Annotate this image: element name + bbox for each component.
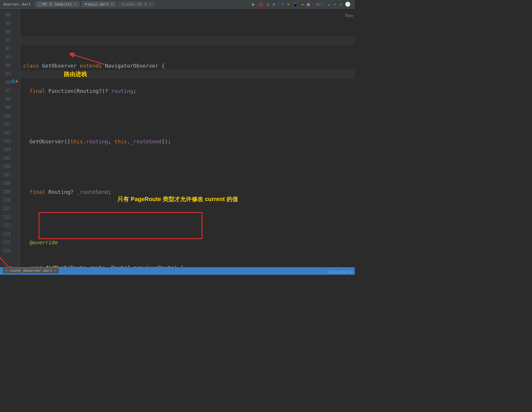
code-line [23,213,355,221]
line-number: 93 [0,53,20,62]
run-config-label: main.dart [88,2,109,6]
line-number: 91 [0,36,20,45]
line-number: 96 [0,78,20,87]
gutter: 88 89 90 91 92 93 94 95 96 97 98 99 100 … [0,9,20,267]
editor[interactable]: 88 89 90 91 92 93 94 95 96 97 98 99 100 … [0,9,355,267]
device-selector[interactable]: MI 9 (mobile) ▼ [35,1,79,7]
phone-icon [39,2,41,6]
code-line: final Function(Routing?)? routing; [23,87,355,95]
highlighted-line [20,36,355,45]
find-usages-tab[interactable]: ⎘ route_observer.dart × [3,268,59,273]
chevron-down-icon: ▼ [149,3,151,6]
line-number: 108 [0,179,20,188]
bottom-bar: ⎘ route_observer.dart × [0,267,355,275]
bottom-tab-filename: route_observer.dart [9,268,53,273]
profile-icon[interactable]: ◔ [272,1,275,7]
close-icon[interactable]: × [54,268,57,273]
line-number: 90 [0,28,20,36]
toolbar-actions: ▶ 🐞 ↻ ◔ ⚡ ⚡ 📱 ✦ ■ Git: ↙ ✓ ↗ 🕐 [252,1,354,7]
coverage-icon[interactable]: ↻ [267,1,269,7]
git-push-icon[interactable]: ↗ [339,1,342,7]
line-number: 97 [0,87,20,95]
line-number: 111 [0,205,20,213]
line-number: 112 [0,213,20,221]
code-line [23,162,355,171]
svg-line-0 [73,55,104,64]
target-device-selector[interactable]: Xiaomi MI 9 ▼ [118,1,154,7]
annotation-arrow-icon [70,52,107,67]
line-number: 94 [0,62,20,70]
chevron-down-icon: ▼ [75,3,76,6]
line-number: 106 [0,162,20,171]
attach-icon[interactable]: 📱 [292,1,298,7]
annotation-label: 只有 PageRoute 类型才允许修改 current 的值 [117,195,238,203]
line-number: 107 [0,171,20,179]
chevron-down-icon: ▼ [111,3,113,6]
flutter-icon: ⚑ [85,2,87,6]
line-number: 109 [0,188,20,196]
override-marker-icon[interactable] [11,79,18,83]
right-indicator: Rea [345,12,353,20]
watermark: CSDN @Allen Su [327,270,352,274]
line-number: 105 [0,154,20,162]
run-config-selector[interactable]: ⚑ main.dart ▼ [82,1,116,7]
git-commit-icon[interactable]: ✓ [334,1,336,7]
code-line: @override [23,238,355,247]
line-number: 100 [0,112,20,120]
line-number: 95 [0,70,20,78]
line-number: 104 [0,146,20,154]
line-number: 101 [0,120,20,129]
target-device-label: Xiaomi MI 9 [122,2,146,6]
git-clock-icon[interactable]: 🕐 [345,1,351,7]
line-number: 103 [0,137,20,146]
code-line: GetObserver([this.routing, this._routeSe… [23,137,355,146]
line-number: 102 [0,129,20,137]
line-number: 89 [0,19,20,28]
run-icon[interactable]: ▶ [252,1,255,7]
code-area[interactable]: Rea class GetObserver extends NavigatorO… [20,9,355,267]
toolbar: bserver.dart MI 9 (mobile) ▼ ⚑ main.dart… [0,0,355,9]
git-update-icon[interactable]: ↙ [328,1,331,7]
code-line [23,112,355,120]
hot-reload-icon[interactable]: ⚡ [281,1,284,7]
device-label: MI 9 (mobile) [43,2,72,6]
svg-line-1 [0,251,10,269]
line-number: 88 [0,11,20,19]
breadcrumb-file: bserver.dart [1,2,33,6]
dart-file-icon: ⎘ [5,268,8,273]
annotation-label: 路由进栈 [64,70,87,78]
flutter-inspector-icon[interactable]: ✦ [301,1,304,7]
separator [313,2,313,7]
debug-icon[interactable]: 🐞 [258,1,264,7]
line-number: 99 [0,104,20,112]
stop-icon[interactable]: ■ [307,1,310,7]
line-number: 115 [0,238,20,247]
line-number: 114 [0,230,20,238]
git-label: Git: [316,2,325,6]
separator [278,2,278,7]
line-number: 98 [0,95,20,104]
line-number: 110 [0,196,20,205]
line-number: 92 [0,45,20,53]
line-number: 113 [0,221,20,230]
hot-restart-icon[interactable]: ⚡ [287,1,290,7]
